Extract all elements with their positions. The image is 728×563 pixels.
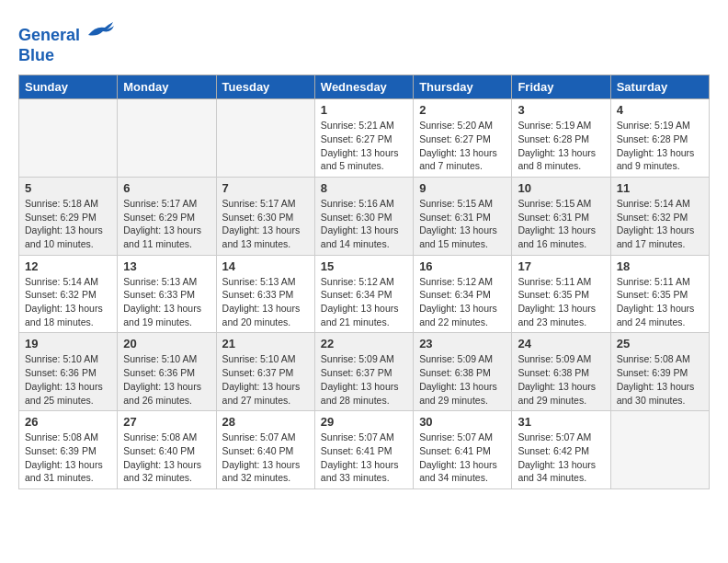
day-info: Sunrise: 5:09 AM Sunset: 6:38 PM Dayligh… [518,352,604,407]
day-cell: 23Sunrise: 5:09 AM Sunset: 6:38 PM Dayli… [414,333,512,411]
day-info: Sunrise: 5:13 AM Sunset: 6:33 PM Dayligh… [222,275,309,329]
day-info: Sunrise: 5:15 AM Sunset: 6:31 PM Dayligh… [518,197,604,251]
day-cell: 12Sunrise: 5:14 AM Sunset: 6:32 PM Dayli… [19,255,118,333]
day-number: 28 [222,415,309,429]
day-cell: 6Sunrise: 5:17 AM Sunset: 6:29 PM Daylig… [118,177,216,255]
day-info: Sunrise: 5:07 AM Sunset: 6:42 PM Dayligh… [518,431,604,485]
header-day-wednesday: Wednesday [314,75,413,99]
day-info: Sunrise: 5:08 AM Sunset: 6:39 PM Dayligh… [25,431,111,485]
day-cell [19,99,118,178]
day-number: 15 [321,259,407,273]
day-info: Sunrise: 5:09 AM Sunset: 6:37 PM Dayligh… [321,352,407,407]
header-day-monday: Monday [118,75,216,99]
day-info: Sunrise: 5:18 AM Sunset: 6:29 PM Dayligh… [25,197,111,251]
day-info: Sunrise: 5:08 AM Sunset: 6:39 PM Dayligh… [617,352,703,407]
day-cell: 3Sunrise: 5:19 AM Sunset: 6:28 PM Daylig… [512,99,610,178]
day-cell: 4Sunrise: 5:19 AM Sunset: 6:28 PM Daylig… [610,99,709,178]
day-cell: 15Sunrise: 5:12 AM Sunset: 6:34 PM Dayli… [314,255,413,333]
day-cell: 19Sunrise: 5:10 AM Sunset: 6:36 PM Dayli… [19,333,118,411]
day-cell: 10Sunrise: 5:15 AM Sunset: 6:31 PM Dayli… [512,177,610,255]
day-cell: 27Sunrise: 5:08 AM Sunset: 6:40 PM Dayli… [118,411,216,489]
day-info: Sunrise: 5:20 AM Sunset: 6:27 PM Dayligh… [419,119,506,173]
logo: General Blue [18,18,114,65]
day-number: 3 [518,103,604,117]
day-cell [216,99,314,178]
day-cell: 1Sunrise: 5:21 AM Sunset: 6:27 PM Daylig… [314,99,413,178]
day-info: Sunrise: 5:07 AM Sunset: 6:41 PM Dayligh… [321,431,407,485]
week-row-5: 26Sunrise: 5:08 AM Sunset: 6:39 PM Dayli… [19,411,710,489]
day-cell: 8Sunrise: 5:16 AM Sunset: 6:30 PM Daylig… [314,177,413,255]
logo-general: General [18,26,80,44]
week-row-4: 19Sunrise: 5:10 AM Sunset: 6:36 PM Dayli… [19,333,710,411]
day-info: Sunrise: 5:10 AM Sunset: 6:37 PM Dayligh… [222,352,309,407]
day-cell: 26Sunrise: 5:08 AM Sunset: 6:39 PM Dayli… [19,411,118,489]
day-number: 10 [518,181,604,195]
page-header: General Blue [18,18,710,65]
day-number: 21 [222,337,309,350]
day-info: Sunrise: 5:11 AM Sunset: 6:35 PM Dayligh… [617,275,703,329]
day-number: 9 [419,181,506,195]
day-cell: 20Sunrise: 5:10 AM Sunset: 6:36 PM Dayli… [118,333,216,411]
day-number: 11 [617,181,703,195]
day-number: 25 [617,337,703,350]
day-info: Sunrise: 5:11 AM Sunset: 6:35 PM Dayligh… [518,275,604,329]
day-number: 26 [25,415,111,429]
day-info: Sunrise: 5:15 AM Sunset: 6:31 PM Dayligh… [419,197,506,251]
day-info: Sunrise: 5:19 AM Sunset: 6:28 PM Dayligh… [617,119,703,173]
day-number: 6 [123,181,210,195]
logo-bird-icon [86,18,114,40]
day-number: 20 [123,337,210,350]
day-number: 27 [123,415,210,429]
day-cell: 9Sunrise: 5:15 AM Sunset: 6:31 PM Daylig… [414,177,512,255]
day-cell [610,411,709,489]
day-number: 22 [321,337,407,350]
day-number: 24 [518,337,604,350]
day-cell: 17Sunrise: 5:11 AM Sunset: 6:35 PM Dayli… [512,255,610,333]
day-info: Sunrise: 5:12 AM Sunset: 6:34 PM Dayligh… [321,275,407,329]
day-info: Sunrise: 5:14 AM Sunset: 6:32 PM Dayligh… [617,197,703,251]
day-cell: 18Sunrise: 5:11 AM Sunset: 6:35 PM Dayli… [610,255,709,333]
day-number: 30 [419,415,506,429]
day-cell: 5Sunrise: 5:18 AM Sunset: 6:29 PM Daylig… [19,177,118,255]
day-number: 7 [222,181,309,195]
day-cell: 28Sunrise: 5:07 AM Sunset: 6:40 PM Dayli… [216,411,314,489]
day-number: 4 [617,103,703,117]
day-info: Sunrise: 5:17 AM Sunset: 6:29 PM Dayligh… [123,197,210,251]
header-row: SundayMondayTuesdayWednesdayThursdayFrid… [19,75,710,99]
day-number: 14 [222,259,309,273]
day-info: Sunrise: 5:10 AM Sunset: 6:36 PM Dayligh… [25,352,111,407]
day-info: Sunrise: 5:12 AM Sunset: 6:34 PM Dayligh… [419,275,506,329]
day-cell: 21Sunrise: 5:10 AM Sunset: 6:37 PM Dayli… [216,333,314,411]
day-cell: 14Sunrise: 5:13 AM Sunset: 6:33 PM Dayli… [216,255,314,333]
day-info: Sunrise: 5:13 AM Sunset: 6:33 PM Dayligh… [123,275,210,329]
week-row-3: 12Sunrise: 5:14 AM Sunset: 6:32 PM Dayli… [19,255,710,333]
day-number: 29 [321,415,407,429]
day-number: 13 [123,259,210,273]
day-cell [118,99,216,178]
day-number: 16 [419,259,506,273]
day-info: Sunrise: 5:14 AM Sunset: 6:32 PM Dayligh… [25,275,111,329]
header-day-sunday: Sunday [19,75,118,99]
day-cell: 16Sunrise: 5:12 AM Sunset: 6:34 PM Dayli… [414,255,512,333]
day-info: Sunrise: 5:21 AM Sunset: 6:27 PM Dayligh… [321,119,407,173]
day-number: 5 [25,181,111,195]
day-info: Sunrise: 5:19 AM Sunset: 6:28 PM Dayligh… [518,119,604,173]
day-number: 31 [518,415,604,429]
day-cell: 25Sunrise: 5:08 AM Sunset: 6:39 PM Dayli… [610,333,709,411]
day-cell: 31Sunrise: 5:07 AM Sunset: 6:42 PM Dayli… [512,411,610,489]
day-number: 19 [25,337,111,350]
day-number: 23 [419,337,506,350]
header-day-friday: Friday [512,75,610,99]
calendar-table: SundayMondayTuesdayWednesdayThursdayFrid… [18,75,710,489]
day-cell: 7Sunrise: 5:17 AM Sunset: 6:30 PM Daylig… [216,177,314,255]
day-cell: 24Sunrise: 5:09 AM Sunset: 6:38 PM Dayli… [512,333,610,411]
day-cell: 30Sunrise: 5:07 AM Sunset: 6:41 PM Dayli… [414,411,512,489]
day-number: 1 [321,103,407,117]
logo-blue: Blue [18,46,54,64]
day-number: 17 [518,259,604,273]
day-info: Sunrise: 5:08 AM Sunset: 6:40 PM Dayligh… [123,431,210,485]
day-number: 12 [25,259,111,273]
day-cell: 22Sunrise: 5:09 AM Sunset: 6:37 PM Dayli… [314,333,413,411]
header-day-saturday: Saturday [610,75,709,99]
header-day-thursday: Thursday [414,75,512,99]
